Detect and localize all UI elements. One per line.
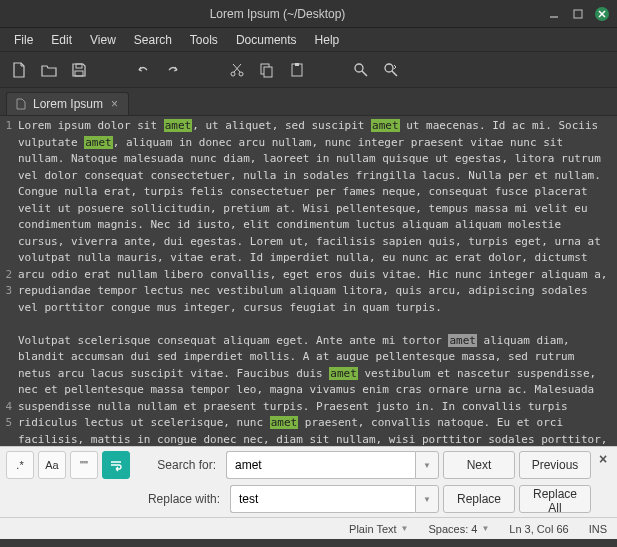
menu-view[interactable]: View — [82, 30, 124, 50]
svg-line-15 — [392, 71, 397, 76]
titlebar: Lorem Ipsum (~/Desktop) — [0, 0, 617, 28]
insert-mode[interactable]: INS — [589, 523, 607, 535]
undo-icon[interactable] — [130, 57, 156, 83]
tab-close-icon[interactable]: × — [109, 97, 120, 111]
line-gutter: 12 34 56 — [0, 116, 14, 446]
document-icon — [15, 98, 27, 110]
menubar: File Edit View Search Tools Documents He… — [0, 28, 617, 52]
replace-input[interactable] — [230, 485, 415, 513]
editor[interactable]: 12 34 56 Lorem ipsum dolor sit amet, ut … — [0, 116, 617, 446]
case-sensitive-toggle[interactable]: Aa — [38, 451, 66, 479]
search-history-dropdown[interactable]: ▼ — [415, 451, 439, 479]
syntax-mode[interactable]: Plain Text ▼ — [349, 523, 408, 535]
search-for-label: Search for: — [134, 458, 222, 472]
svg-point-7 — [239, 72, 243, 76]
tabbar: Lorem Ipsum × — [0, 88, 617, 116]
svg-rect-5 — [75, 71, 83, 76]
search-input[interactable] — [226, 451, 415, 479]
svg-rect-11 — [295, 63, 299, 66]
svg-point-6 — [231, 72, 235, 76]
menu-edit[interactable]: Edit — [43, 30, 80, 50]
replace-history-dropdown[interactable]: ▼ — [415, 485, 439, 513]
svg-point-14 — [385, 64, 393, 72]
save-icon[interactable] — [66, 57, 92, 83]
window-title: Lorem Ipsum (~/Desktop) — [8, 7, 547, 21]
copy-icon[interactable] — [254, 57, 280, 83]
menu-documents[interactable]: Documents — [228, 30, 305, 50]
search-replace-icon[interactable] — [378, 57, 404, 83]
cut-icon[interactable] — [224, 57, 250, 83]
previous-button[interactable]: Previous — [519, 451, 591, 479]
editor-content[interactable]: Lorem ipsum dolor sit amet, ut aliquet, … — [14, 116, 617, 446]
svg-rect-9 — [264, 67, 272, 77]
menu-search[interactable]: Search — [126, 30, 180, 50]
svg-point-12 — [355, 64, 363, 72]
paste-icon[interactable] — [284, 57, 310, 83]
search-icon[interactable] — [348, 57, 374, 83]
maximize-button[interactable] — [571, 7, 585, 21]
indent-mode[interactable]: Spaces: 4 ▼ — [428, 523, 489, 535]
close-button[interactable] — [595, 7, 609, 21]
replace-all-button[interactable]: Replace All — [519, 485, 591, 513]
svg-rect-1 — [574, 10, 582, 18]
whole-word-toggle[interactable]: "" — [70, 451, 98, 479]
toolbar — [0, 52, 617, 88]
regex-toggle[interactable]: .* — [6, 451, 34, 479]
replace-with-label: Replace with: — [138, 492, 226, 506]
menu-help[interactable]: Help — [307, 30, 348, 50]
redo-icon[interactable] — [160, 57, 186, 83]
replace-button[interactable]: Replace — [443, 485, 515, 513]
new-file-icon[interactable] — [6, 57, 32, 83]
search-replace-panel: .* Aa "" Search for: ▼ Next Previous × R… — [0, 446, 617, 517]
menu-tools[interactable]: Tools — [182, 30, 226, 50]
tab-label: Lorem Ipsum — [33, 97, 103, 111]
document-tab[interactable]: Lorem Ipsum × — [6, 92, 129, 115]
minimize-button[interactable] — [547, 7, 561, 21]
svg-line-13 — [362, 71, 367, 76]
statusbar: Plain Text ▼ Spaces: 4 ▼ Ln 3, Col 66 IN… — [0, 517, 617, 539]
open-file-icon[interactable] — [36, 57, 62, 83]
cursor-position: Ln 3, Col 66 — [509, 523, 568, 535]
next-button[interactable]: Next — [443, 451, 515, 479]
close-search-icon[interactable]: × — [595, 451, 611, 467]
menu-file[interactable]: File — [6, 30, 41, 50]
wrap-toggle[interactable] — [102, 451, 130, 479]
